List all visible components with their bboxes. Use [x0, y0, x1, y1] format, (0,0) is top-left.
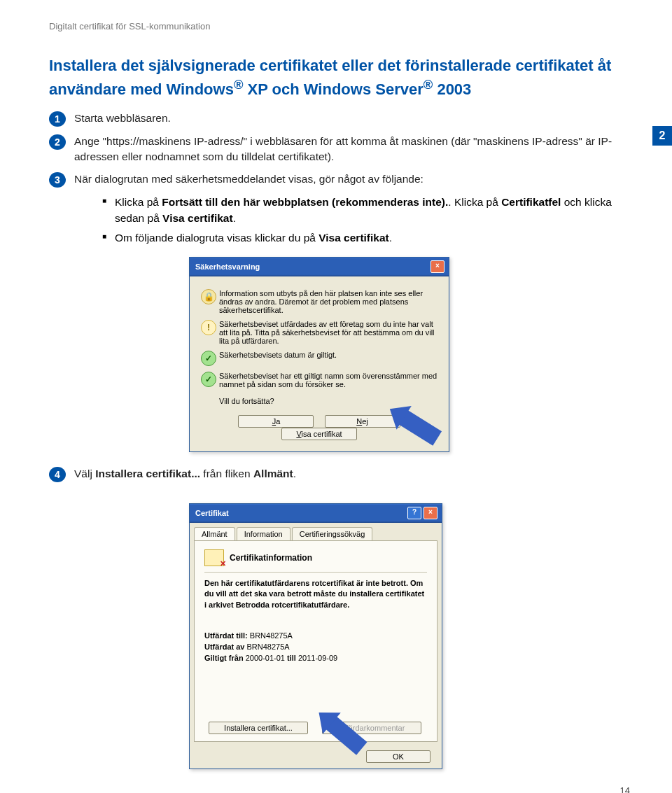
ok-button[interactable]: OK [366, 750, 430, 763]
check-icon: ✓ [201, 351, 216, 366]
step-4: 4 Välj Installera certifikat... från fli… [49, 466, 630, 482]
step-1-number: 1 [49, 111, 66, 127]
step-3: 3 När dialogrutan med säkerhetsmeddeland… [49, 171, 630, 188]
issued-to: Utfärdat till: BRN48275A [204, 631, 427, 640]
step-3-number: 3 [49, 172, 66, 188]
dialog-title: Certifikat [195, 509, 229, 517]
check-icon: ✓ [201, 372, 216, 387]
close-icon[interactable]: × [430, 260, 444, 273]
tab-bar: Allmänt Information Certifieringssökväg [190, 523, 442, 540]
close-icon[interactable]: × [424, 507, 438, 519]
chapter-badge: 2 [652, 126, 672, 146]
yes-button[interactable]: JJaa [238, 415, 314, 428]
certificate-dialog: Certifikat ? × Allmänt Information Certi… [189, 503, 442, 769]
dialog-intro-text: Information som utbyts på den här platse… [219, 289, 440, 314]
lock-icon: 🔒 [201, 289, 216, 304]
warning-icon: ! [201, 320, 216, 335]
dialog-ok1-text: Säkerhetsbevisets datum är giltigt. [219, 351, 337, 359]
page-number: 14 [620, 785, 630, 793]
step-3-bullets: Klicka på Fortsätt till den här webbplat… [74, 195, 630, 246]
tab-cert-path[interactable]: Certifieringssökväg [292, 527, 373, 540]
step-1: 1 Starta webbläsaren. [49, 111, 630, 127]
page-title: Installera det självsignerade certifikat… [49, 56, 630, 100]
certificate-icon [204, 549, 224, 566]
cert-info-heading: Certifikatinformation [230, 553, 312, 563]
view-certificate-button[interactable]: Visa certifikatVisa certifikat [281, 428, 357, 440]
step-4-number: 4 [49, 467, 66, 482]
issued-by: Utfärdat av BRN48275A [204, 643, 427, 651]
dialog-ok2-text: Säkerhetsbeviset har ett giltigt namn so… [219, 372, 440, 388]
step-2-number: 2 [49, 134, 66, 150]
valid-range: Giltigt från 2000-01-01 till 2011-09-09 [204, 654, 427, 662]
dialog-title: Säkerhetsvarning [195, 262, 260, 271]
dialog-warn-text: Säkerhetsbeviset utfärdades av ett föret… [219, 320, 440, 345]
install-certificate-button[interactable]: Installera certifikat... [209, 722, 308, 734]
cert-info-text: Den här certifikatutfärdarens rotcertifi… [204, 578, 427, 610]
help-icon[interactable]: ? [407, 507, 421, 519]
breadcrumb: Digitalt certifikat för SSL-kommunikatio… [49, 21, 630, 31]
bullet-1: Klicka på Fortsätt till den här webbplat… [102, 195, 630, 226]
step-2: 2 Ange "https://maskinens IP-adress/" i … [49, 134, 630, 165]
tab-general[interactable]: Allmänt [194, 527, 235, 540]
tab-information[interactable]: Information [237, 527, 290, 540]
bullet-2: Om följande dialogruta visas klickar du … [102, 230, 630, 246]
